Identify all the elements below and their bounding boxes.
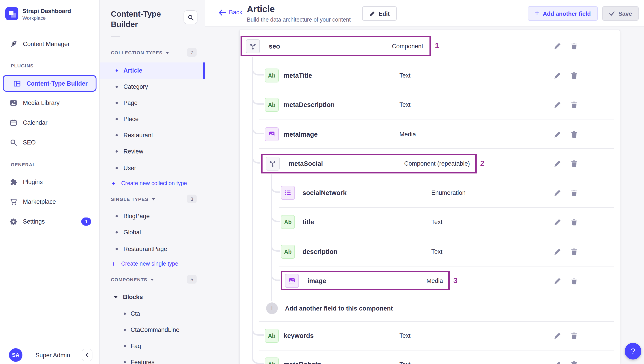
delete-field-button[interactable] [570, 160, 578, 167]
plus-icon: + [112, 179, 116, 187]
edit-field-button[interactable] [554, 101, 562, 109]
subnav-item-restaurant[interactable]: Restaurant [100, 127, 205, 143]
back-button[interactable]: Back [218, 9, 242, 16]
chevron-down-icon [152, 198, 155, 200]
edit-field-button[interactable] [554, 361, 562, 364]
sidebar-item-content-type-builder[interactable]: Content-Type Builder [3, 75, 96, 92]
subnav-item-cta[interactable]: Cta [100, 306, 205, 322]
group-components[interactable]: COMPONENTS [111, 275, 154, 284]
cart-icon [10, 198, 17, 205]
create-collection-type-link[interactable]: +Create new collection type [100, 177, 205, 190]
strapi-logo-icon [6, 7, 18, 20]
edit-field-button[interactable] [554, 160, 562, 167]
add-component-field-button[interactable]: + [266, 302, 278, 314]
components-count: 5 [187, 275, 196, 284]
sidebar-item-content-manager[interactable]: Content Manager [0, 36, 100, 52]
delete-field-button[interactable] [570, 42, 578, 50]
add-component-field-label[interactable]: Add another field to this component [285, 305, 393, 312]
collapse-sidebar-button[interactable] [82, 349, 92, 361]
delete-field-button[interactable] [570, 189, 578, 197]
edit-field-button[interactable] [554, 130, 562, 138]
media-field-icon [265, 127, 279, 141]
delete-field-button[interactable] [570, 72, 578, 79]
field-name: image [308, 277, 326, 284]
calendar-icon [10, 119, 17, 126]
help-button[interactable]: ? [625, 343, 641, 359]
gear-icon [10, 218, 17, 225]
chevron-down-icon [114, 296, 118, 298]
subnav-item-global[interactable]: Global [100, 224, 205, 240]
text-field-icon: Ab [281, 215, 295, 229]
subnav-item-review[interactable]: Review [100, 143, 205, 159]
group-collection-types[interactable]: COLLECTION TYPES [111, 49, 169, 57]
sidebar-item-settings[interactable]: Settings 1 [0, 214, 100, 229]
app-window: Strapi Dashboard Workplace Content Manag… [0, 0, 644, 364]
subnav-item-features[interactable]: Features [100, 354, 205, 364]
divider [0, 338, 100, 338]
components-group-blocks[interactable]: Blocks [100, 289, 205, 305]
sidebar-item-seo[interactable]: SEO [0, 135, 100, 150]
group-single-types[interactable]: SINGLE TYPES [111, 195, 155, 203]
search-button[interactable] [184, 10, 198, 24]
avatar[interactable]: SA [9, 348, 22, 362]
subnav-item-article[interactable]: Article [100, 63, 205, 79]
sidebar-item-marketplace[interactable]: Marketplace [0, 194, 100, 209]
sidebar-item-plugins[interactable]: Plugins [0, 174, 100, 190]
bullet-icon [124, 345, 126, 347]
bullet-icon [116, 69, 118, 72]
edit-field-button[interactable] [554, 42, 562, 50]
settings-notification-badge: 1 [81, 218, 91, 226]
sidebar-item-media-library[interactable]: Media Library [0, 95, 100, 111]
content-type-builder-icon [14, 80, 21, 87]
delete-field-button[interactable] [570, 101, 578, 109]
nav-section-plugins: PLUGINS [11, 63, 34, 68]
subnav-item-user[interactable]: User [100, 160, 205, 176]
field-row-image: image Media 3 [239, 266, 620, 296]
chevron-down-icon [150, 278, 154, 281]
delete-field-button[interactable] [570, 218, 578, 226]
subnav-item-page[interactable]: Page [100, 95, 205, 111]
subnav-item-category[interactable]: Category [100, 79, 205, 95]
save-button[interactable]: Save [602, 6, 638, 21]
subnav-item-place[interactable]: Place [100, 111, 205, 127]
field-name: seo [269, 43, 280, 50]
subnav-item-ctacommandline[interactable]: CtaCommandLine [100, 322, 205, 338]
bullet-icon [116, 118, 118, 120]
edit-field-button[interactable] [554, 72, 562, 79]
nav-section-general: GENERAL [11, 162, 36, 167]
edit-field-button[interactable] [554, 189, 562, 197]
row-actions [554, 72, 578, 79]
edit-field-button[interactable] [554, 277, 562, 285]
content-manager-icon [10, 41, 17, 48]
delete-field-button[interactable] [570, 277, 578, 285]
workspace-switcher[interactable]: Strapi Dashboard Workplace [0, 0, 100, 30]
annotation-2: 2 [480, 159, 484, 168]
bullet-icon [124, 361, 126, 363]
delete-field-button[interactable] [570, 332, 578, 339]
pencil-icon [369, 11, 375, 17]
sidebar-item-calendar[interactable]: Calendar [0, 115, 100, 130]
add-another-field-button[interactable]: + Add another field [528, 6, 598, 21]
bullet-icon [116, 231, 118, 234]
edit-field-button[interactable] [554, 248, 562, 255]
edit-field-button[interactable] [554, 332, 562, 339]
bullet-icon [116, 102, 118, 104]
subnav-item-faq[interactable]: Faq [100, 338, 205, 354]
field-row-metaSocial: metaSocial Component (repeatable) 2 [239, 149, 620, 178]
collection-types-count: 7 [187, 48, 196, 57]
field-row-metaImage: metaImage Media [239, 119, 620, 149]
subnav-item-restaurantpage[interactable]: RestaurantPage [100, 241, 205, 257]
user-name: Super Admin [36, 352, 70, 358]
highlight-box-3: image Media [281, 271, 450, 290]
page-subtitle: Build the data architecture of your cont… [247, 17, 351, 23]
content-type-builder-sidebar: Content-Type Builder COLLECTION TYPES 7 … [100, 0, 205, 364]
delete-field-button[interactable] [570, 248, 578, 255]
bullet-icon [116, 248, 118, 250]
workspace-name: Workplace [22, 15, 46, 21]
delete-field-button[interactable] [570, 130, 578, 138]
edit-button[interactable]: Edit [362, 6, 397, 21]
edit-field-button[interactable] [554, 218, 562, 226]
subnav-item-blogpage[interactable]: BlogPage [100, 208, 205, 224]
create-single-type-link[interactable]: +Create new single type [100, 258, 205, 270]
delete-field-button[interactable] [570, 361, 578, 364]
